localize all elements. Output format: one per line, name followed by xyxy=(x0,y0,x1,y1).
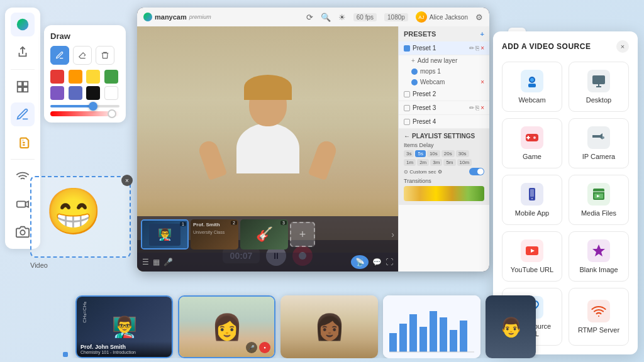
color-orange[interactable] xyxy=(69,70,82,84)
preset-item-1[interactable]: Preset 1 ✏ ⎘ × xyxy=(399,41,489,55)
color-white[interactable] xyxy=(104,86,118,100)
person-body xyxy=(236,123,299,173)
delay-20s-btn[interactable]: 20s xyxy=(441,150,455,157)
overlay-handle[interactable] xyxy=(63,352,68,357)
thumb-2-mic-icon[interactable]: 🎤 xyxy=(246,342,257,353)
delay-10s-btn[interactable]: 10s xyxy=(427,150,440,157)
delay-5s-btn[interactable]: 5s xyxy=(415,150,425,157)
color-red[interactable] xyxy=(50,70,64,84)
rotate-icon[interactable]: ⟳ xyxy=(306,13,313,22)
color-indigo[interactable] xyxy=(69,86,82,100)
preset-3-actions: ✏ ⎘ × xyxy=(469,104,484,111)
zoom-icon[interactable]: 🔍 xyxy=(321,13,331,22)
size-slider[interactable] xyxy=(50,105,119,107)
preset-3-delete-icon[interactable]: × xyxy=(480,104,484,111)
source-thumb-3[interactable]: 🎸 3 xyxy=(240,219,288,250)
overlay-close-btn[interactable]: × xyxy=(121,175,133,186)
preset-1-copy-icon[interactable]: ⎘ xyxy=(475,45,479,52)
source-option-mobile-app[interactable]: Mobile App xyxy=(502,175,562,225)
source-option-game[interactable]: Game xyxy=(502,118,562,168)
webcam-delete-icon[interactable]: × xyxy=(480,79,484,85)
preset-1-delete-icon[interactable]: × xyxy=(480,45,484,52)
layers-icon-btn[interactable]: ▦ xyxy=(153,258,160,266)
source-thumb-2-num: 2 xyxy=(231,221,237,225)
color-green[interactable] xyxy=(104,70,118,84)
preset-1-edit-icon[interactable]: ✏ xyxy=(469,45,474,52)
thumb-2-rec-btn[interactable]: ● xyxy=(259,342,270,353)
custom-sec-icon[interactable]: ⚙ xyxy=(438,169,442,175)
script-icon-btn[interactable] xyxy=(11,130,35,154)
source-thumb-2[interactable]: Prof. Smith University Class 2 xyxy=(191,219,238,250)
source-option-ip-camera[interactable]: IP Camera xyxy=(569,118,629,168)
source-option-blank-image[interactable]: Blank Image xyxy=(569,231,629,282)
preset-item-3[interactable]: Preset 3 ✏ ⎘ × xyxy=(399,101,489,115)
blank-image-source-icon xyxy=(587,239,610,262)
preset-sub-webcam[interactable]: Webcam × xyxy=(399,77,489,87)
time-5m-btn[interactable]: 5m xyxy=(443,159,455,166)
opacity-slider[interactable] xyxy=(50,111,119,116)
mobile-app-source-label: Mobile App xyxy=(515,209,549,217)
bottom-thumb-2[interactable]: 👩 🎤 ● xyxy=(178,295,275,358)
svg-rect-26 xyxy=(409,314,417,352)
go-live-btn[interactable]: 📡 xyxy=(351,255,369,269)
draw-panel-title: Draw xyxy=(50,31,119,41)
source-thumb-1[interactable]: 👨‍🏫 1 xyxy=(141,219,189,250)
eraser-tool-btn[interactable] xyxy=(73,46,92,65)
color-black[interactable] xyxy=(86,86,100,100)
audio-icon-btn[interactable]: 🎤 xyxy=(164,258,173,266)
source-option-desktop[interactable]: Desktop xyxy=(569,62,629,112)
menu-icon-btn[interactable]: ☰ xyxy=(142,258,149,266)
delay-3s-btn[interactable]: 3s xyxy=(404,150,414,157)
playlist-back-icon[interactable]: ← xyxy=(404,133,410,140)
mops-label: mops 1 xyxy=(420,68,441,75)
bottom-thumb-5[interactable]: 👨 xyxy=(486,295,536,358)
time-2m-btn[interactable]: 2m xyxy=(417,159,429,166)
delay-30s-btn[interactable]: 30s xyxy=(456,150,469,157)
preset-3-edit-icon[interactable]: ✏ xyxy=(469,104,474,111)
svg-rect-15 xyxy=(530,189,534,197)
source-option-youtube-url[interactable]: YouTube URL xyxy=(502,231,562,282)
user-avatar: AJ xyxy=(416,11,427,23)
time-1m-btn[interactable]: 1m xyxy=(404,159,416,166)
layout-icon-btn[interactable] xyxy=(11,75,35,99)
custom-sec-label: ⊙ Custom sec xyxy=(404,169,436,175)
bottom-thumb-1-info: Prof. John Smith Chemistry 101 - Introdu… xyxy=(77,341,172,357)
source-strip-next-btn[interactable]: › xyxy=(391,229,394,239)
bottom-thumb-1[interactable]: CH₂=CH₂ 👨‍🏫 Prof. John Smith Chemistry 1… xyxy=(75,295,173,358)
color-yellow[interactable] xyxy=(86,70,100,84)
preset-3-copy-icon[interactable]: ⎘ xyxy=(475,104,479,111)
emoji-overlay: 😁 xyxy=(45,189,102,234)
svg-rect-5 xyxy=(17,201,26,207)
source-option-webcam[interactable]: Webcam xyxy=(502,62,562,112)
preset-sub-addlayer[interactable]: + Add new layer xyxy=(399,55,489,66)
manycam-logo-button[interactable] xyxy=(11,13,35,36)
add-source-thumb-btn[interactable]: + xyxy=(290,222,315,247)
settings-icon[interactable]: ⚙ xyxy=(475,13,483,22)
preset-sub-mops[interactable]: mops 1 xyxy=(399,66,489,77)
draw-icon-btn[interactable] xyxy=(11,102,35,126)
presets-title: PRESETS xyxy=(404,30,436,38)
pencil-tool-btn[interactable] xyxy=(50,46,69,65)
source-option-media-files[interactable]: Media Files xyxy=(569,175,629,225)
preset-item-2[interactable]: Preset 2 xyxy=(399,87,489,101)
time-10m-btn[interactable]: 10m xyxy=(457,159,472,166)
time-options: 1m 2m 3m 5m 10m xyxy=(404,159,484,166)
custom-toggle[interactable] xyxy=(469,168,484,175)
bottom-thumb-3[interactable]: 👩🏾 xyxy=(280,295,378,358)
trash-tool-btn[interactable] xyxy=(96,46,114,65)
brightness-icon[interactable]: ☀ xyxy=(338,13,346,22)
chat-icon-btn[interactable]: 💬 xyxy=(372,258,382,266)
game-source-label: Game xyxy=(523,153,541,160)
presets-add-btn[interactable]: + xyxy=(480,30,484,38)
fullscreen-icon-btn[interactable]: ⛶ xyxy=(386,258,393,266)
time-3m-btn[interactable]: 3m xyxy=(430,159,442,166)
size-slider-thumb[interactable] xyxy=(89,102,97,111)
add-source-close-btn[interactable]: × xyxy=(616,40,629,53)
preset-item-4[interactable]: Preset 4 xyxy=(399,115,489,129)
export-icon-btn[interactable] xyxy=(11,40,35,64)
bottom-thumb-4[interactable] xyxy=(383,295,480,358)
svg-rect-30 xyxy=(450,330,457,352)
opacity-slider-thumb[interactable] xyxy=(108,109,116,118)
svg-rect-8 xyxy=(528,84,536,87)
color-purple[interactable] xyxy=(50,86,64,100)
